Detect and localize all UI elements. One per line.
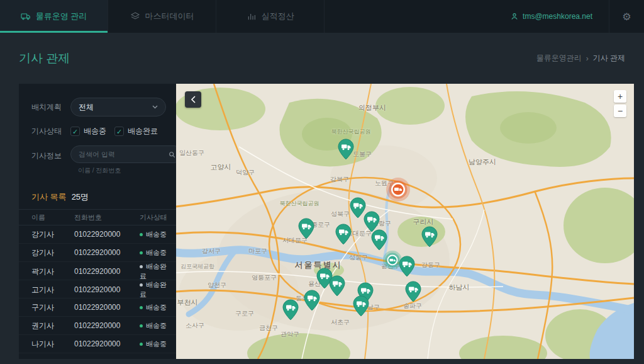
filter-sidebar: 배치계획 전체 기사상태 ✓ 배송중 ✓ 배송완료	[19, 84, 176, 359]
driver-phone: 01022920000	[74, 267, 140, 276]
chevron-down-icon	[152, 105, 158, 109]
map-label: 북한산국립공원	[331, 128, 371, 136]
truck-icon	[21, 11, 31, 21]
checkbox-icon: ✓	[70, 127, 80, 136]
pin-truck-icon	[371, 229, 387, 251]
driver-name: 강기사	[31, 229, 74, 240]
breadcrumb-item[interactable]: 물류운영관리	[536, 53, 582, 64]
tab-master-data[interactable]: 마스터데이터	[108, 0, 216, 33]
pin-truck-icon	[421, 226, 438, 247]
map-label: 하남시	[449, 283, 470, 292]
driver-pin[interactable]	[405, 281, 421, 305]
pin-truck-icon	[405, 281, 421, 302]
table-row[interactable]: 곽기사01022920000배송완료	[19, 262, 176, 280]
search-icon[interactable]	[168, 151, 176, 159]
content: 배치계획 전체 기사상태 ✓ 배송중 ✓ 배송완료	[0, 84, 644, 359]
map-label: 강북구	[330, 175, 349, 184]
checkbox-label: 배송완료	[128, 126, 158, 137]
table-row[interactable]: 권기사01022920000배송중	[19, 317, 176, 335]
driver-table-head: 이름 전화번호 기사상태	[19, 209, 176, 225]
account-email: tms@meshkorea.net	[523, 12, 592, 21]
zoom-out-button[interactable]: −	[614, 105, 626, 117]
tab-logistics-operations[interactable]: 물류운영 관리	[0, 0, 108, 33]
driver-list-title: 기사 목록	[31, 191, 67, 203]
driver-name: 권기사	[31, 321, 74, 331]
map-label: 북한산국립공원	[280, 200, 319, 208]
column-status: 기사상태	[140, 213, 170, 222]
driver-status-label: 기사상태	[31, 125, 70, 137]
settings-button[interactable]: ⚙	[609, 0, 644, 33]
driver-info-label: 기사정보	[31, 145, 70, 161]
map-label: 양천구	[208, 281, 226, 290]
search-wrap: 이름 / 전화번호	[70, 145, 176, 175]
driver-phone: 01022920000	[74, 248, 140, 257]
chevron-left-icon	[191, 96, 196, 103]
driver-status: 배송중	[140, 339, 170, 349]
map-label: 영등포구	[252, 273, 277, 282]
pin-truck-icon	[329, 275, 345, 297]
pin-truck-icon	[298, 218, 314, 239]
map-label: 서초구	[331, 318, 350, 327]
map-label: 성북구	[331, 210, 350, 219]
driver-status: 배송완료	[140, 280, 170, 299]
checkbox-label: 배송중	[84, 126, 106, 137]
breadcrumb: 물류운영관리 › 기사 관제	[536, 53, 625, 64]
driver-phone: 01022920000	[74, 339, 140, 348]
dispatch-plan-label: 배치계획	[31, 101, 70, 113]
driver-pin[interactable]	[338, 139, 354, 162]
driver-pin[interactable]	[353, 295, 369, 319]
map-label: 강서구	[202, 247, 221, 256]
person-icon	[510, 12, 519, 21]
driver-status: 배송완료	[140, 262, 170, 281]
breadcrumb-current: 기사 관제	[593, 53, 625, 64]
dispatch-plan-select[interactable]: 전체	[70, 98, 166, 117]
map-label: 도봉구	[353, 150, 372, 159]
search-box	[70, 145, 176, 163]
chart-icon	[247, 11, 257, 21]
table-row[interactable]: 나기사01022920000배송중	[19, 335, 176, 353]
driver-count: 25명	[72, 191, 89, 203]
map-label: 구로구	[235, 309, 254, 318]
zoom-in-button[interactable]: +	[614, 90, 626, 103]
table-row[interactable]: 강기사01022920000배송중	[19, 244, 176, 262]
driver-list-header: 기사 목록 25명	[19, 184, 176, 209]
driver-pin[interactable]	[335, 224, 352, 247]
map-label: 금천구	[259, 324, 278, 333]
tab-label: 물류운영 관리	[36, 11, 87, 22]
driver-phone: 01022920000	[74, 285, 140, 294]
page-header: 기사 관제 물류운영관리 › 기사 관제	[0, 33, 644, 84]
driver-status: 배송중	[140, 303, 170, 312]
tab-label: 마스터데이터	[145, 11, 194, 22]
search-input[interactable]	[79, 151, 168, 158]
driver-pin[interactable]	[298, 218, 314, 242]
map-label: 소사구	[186, 321, 204, 330]
checkbox-delivering[interactable]: ✓ 배송중	[70, 126, 106, 137]
table-row[interactable]: 구기사01022920000배송중	[19, 299, 176, 317]
dispatch-plan-row: 배치계획 전체	[19, 98, 176, 117]
table-row[interactable]: 강기사01022920000배송중	[19, 225, 176, 244]
map-label: 마포구	[248, 247, 267, 256]
driver-pin[interactable]	[421, 226, 438, 250]
layers-icon	[130, 11, 140, 21]
map-label: 구리시	[413, 217, 434, 227]
checkbox-delivered[interactable]: ✓ 배송완료	[114, 126, 158, 137]
tab-performance-settlement[interactable]: 실적정산	[216, 0, 325, 33]
pin-truck-icon	[335, 224, 352, 245]
driver-pin[interactable]	[304, 290, 320, 314]
zoom-controls: + −	[614, 90, 626, 117]
cluster-marker[interactable]	[386, 177, 411, 205]
driver-pin[interactable]	[282, 299, 299, 323]
map-back-button[interactable]	[185, 91, 201, 108]
selected-driver-marker[interactable]	[382, 250, 402, 273]
driver-pin[interactable]	[329, 275, 345, 299]
page-title: 기사 관제	[19, 50, 70, 67]
driver-phone: 01022920000	[74, 303, 140, 312]
table-row[interactable]: 고기사01022920000배송완료	[19, 280, 176, 299]
search-hint: 이름 / 전화번호	[78, 166, 176, 175]
driver-phone: 01022920000	[74, 321, 140, 330]
map[interactable]: 의정부시북한산국립공원남양주시일산동구고양시덕양구도봉구강북구노원구북한산국립공…	[176, 84, 634, 359]
cluster-truck-icon	[386, 177, 411, 202]
map-label: 덕양구	[236, 168, 255, 177]
account-menu[interactable]: tms@meshkorea.net	[494, 0, 609, 33]
selected-truck-icon	[382, 250, 402, 270]
